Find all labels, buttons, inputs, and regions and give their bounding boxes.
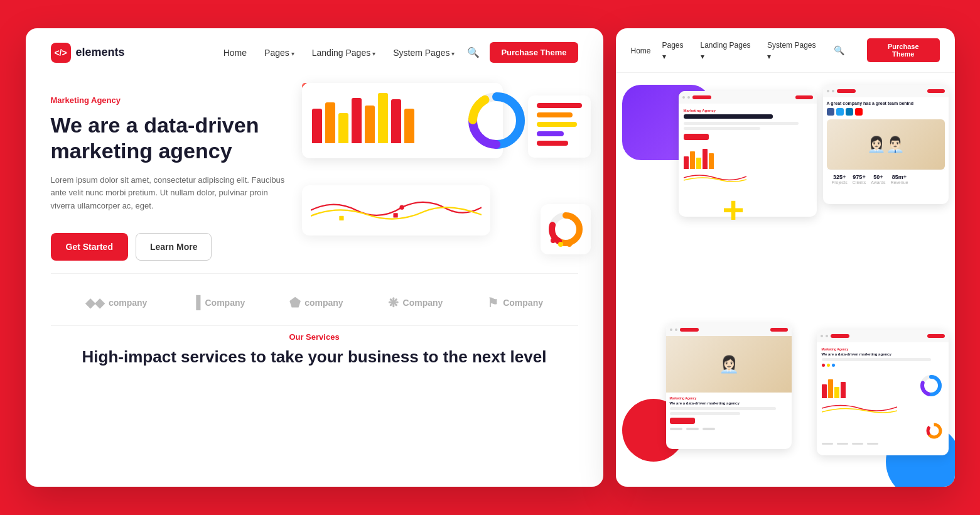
services-title: High-impact services to take your busine… — [51, 347, 578, 368]
logo-item-4: ❋ Company — [388, 295, 443, 310]
mini-logo-2 — [837, 89, 856, 93]
mini-wave-1 — [684, 171, 746, 184]
get-started-button[interactable]: Get Started — [51, 233, 128, 261]
bar-4 — [352, 98, 362, 143]
bar-1 — [312, 109, 322, 143]
preview-mosaic: + Marketing Agency — [616, 66, 955, 487]
stat-3: 50+ Awards — [871, 174, 885, 185]
mini-pie-4 — [925, 421, 944, 440]
mini-btn-1 — [795, 95, 813, 99]
color-bar-4 — [537, 131, 564, 136]
services-section: Our Services High-impact services to tak… — [26, 326, 603, 374]
mini-sub-4a — [822, 358, 932, 361]
preview-nav-links: Home Pages ▾ Landing Pages ▾ System Page… — [631, 39, 822, 62]
svg-point-10 — [551, 238, 556, 243]
mini-screenshot-4: Marketing Agency We are a data-driven ma… — [817, 330, 949, 455]
services-tag: Our Services — [51, 332, 578, 342]
hero-tag: Marketing Agency — [51, 95, 289, 105]
stat-label-2: Clients — [853, 180, 866, 185]
nav-links: Home Pages▾ Landing Pages▾ System Pages▾ — [223, 47, 455, 58]
social-icons — [827, 108, 945, 116]
logo-item-1: ◆◆ company — [85, 295, 147, 310]
colored-bars-card — [528, 95, 591, 158]
mini-logo-strip-3 — [703, 428, 715, 430]
mini-sub-1 — [684, 122, 799, 125]
mini-logo-1 — [692, 95, 711, 99]
mini-screenshot-1: Marketing Agency — [679, 91, 817, 217]
mini-content-1: Marketing Agency — [679, 104, 817, 192]
landing-arrow-2: ▾ — [701, 52, 704, 61]
stat-4: 85m+ Revenue — [890, 174, 908, 185]
mini-title-1 — [684, 114, 773, 119]
company-name-1: company — [109, 298, 147, 308]
mini-nav-1 — [679, 91, 817, 104]
mini-color-dot-1 — [822, 364, 825, 367]
mini-b-3 — [834, 387, 839, 398]
hero-title: We are a data-driven marketing agency — [51, 112, 289, 164]
mini-cta-3 — [670, 418, 695, 424]
purchase-button[interactable]: Purchase Theme — [490, 42, 578, 63]
hero-chart-area — [302, 83, 578, 261]
mini-logo-3 — [680, 328, 699, 332]
mini-cta-1 — [684, 134, 709, 140]
nav-pages[interactable]: Pages▾ — [264, 48, 294, 58]
preview-nav-pages[interactable]: Pages ▾ — [662, 41, 684, 61]
logo-icon-4: ❋ — [388, 295, 399, 310]
color-bar-3 — [537, 122, 578, 127]
hero-left: Marketing Agency We are a data-driven ma… — [51, 83, 289, 261]
svg-point-11 — [558, 242, 563, 247]
system-arrow-2: ▾ — [767, 52, 771, 61]
search-icon[interactable]: 🔍 — [467, 46, 480, 58]
mini-bar-4 — [703, 149, 708, 169]
mini-dot-7 — [821, 335, 823, 337]
bar-6 — [378, 93, 388, 143]
bar-3 — [338, 113, 348, 143]
mini-sub-2 — [684, 127, 760, 130]
pie-chart-card — [541, 204, 591, 254]
mini-title-4: We are a data-driven marketing agency — [822, 352, 944, 356]
logo-icon-5: ⚑ — [487, 295, 498, 310]
logo-icon-1: ◆◆ — [85, 295, 104, 310]
company-name-3: company — [304, 298, 343, 308]
preview-nav-home[interactable]: Home — [631, 46, 651, 55]
mini-screenshot-2: A great company has a great team behind … — [823, 85, 949, 204]
mini-b-1 — [822, 384, 827, 398]
mini-title-2: A great company has a great team behind — [827, 101, 945, 106]
mini-dot-1 — [682, 96, 685, 99]
nav-home[interactable]: Home — [223, 48, 247, 58]
person-image-2: 👩🏻‍💼 — [666, 336, 792, 393]
mini-color-dot-3 — [832, 364, 835, 367]
logo-icon-3: ⬟ — [289, 295, 300, 310]
fb-icon — [827, 108, 834, 116]
stat-label-4: Revenue — [890, 180, 908, 185]
mini-dot-2 — [687, 96, 690, 99]
preview-purchase-button[interactable]: Purchase Theme — [867, 38, 939, 62]
mini-bars-1 — [684, 144, 812, 169]
logo-symbol: </> — [54, 48, 67, 58]
hero-section: Marketing Agency We are a data-driven ma… — [26, 77, 603, 273]
learn-more-button[interactable]: Learn More — [136, 233, 212, 261]
yellow-cross-accent: + — [723, 192, 745, 229]
preview-nav-system[interactable]: System Pages ▾ — [767, 41, 816, 61]
divider — [51, 273, 578, 274]
mini-sub-3b — [670, 412, 741, 415]
mini-dot-5 — [670, 328, 672, 331]
logo-item-2: ▐ Company — [191, 295, 245, 310]
donut-chart — [465, 89, 528, 152]
wave-chart-card — [302, 185, 490, 236]
svg-point-16 — [928, 425, 940, 437]
mini-b-2 — [828, 379, 833, 398]
bar-7 — [391, 99, 401, 143]
bar-5 — [365, 106, 375, 143]
mini-log-3 — [852, 443, 863, 445]
preview-nav-landing[interactable]: Landing Pages ▾ — [701, 41, 751, 61]
mini-btn-4 — [927, 334, 945, 338]
mini-btn-2 — [927, 89, 945, 93]
mini-color-dots — [822, 364, 944, 367]
nav-landing[interactable]: Landing Pages▾ — [312, 48, 375, 58]
mini-chart-row — [822, 369, 944, 398]
mini-logo-strip-1 — [670, 428, 682, 430]
nav-system[interactable]: System Pages▾ — [393, 48, 455, 58]
logo-item-5: ⚑ Company — [487, 295, 543, 310]
preview-search-icon[interactable]: 🔍 — [834, 45, 844, 55]
